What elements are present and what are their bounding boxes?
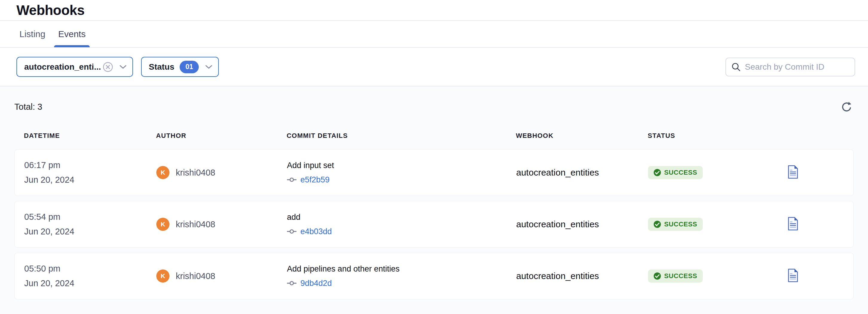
event-time: 05:50 pm [24, 264, 156, 274]
search-icon [732, 62, 741, 72]
total-count-label: Total: 3 [14, 102, 42, 112]
column-header-commit-details: COMMIT DETAILS [287, 132, 516, 140]
chevron-down-icon [205, 65, 212, 69]
tab-listing[interactable]: Listing [15, 21, 50, 47]
datetime-cell: 05:50 pm Jun 20, 2024 [24, 264, 156, 288]
git-commit-icon [287, 177, 297, 182]
avatar: K [156, 269, 169, 283]
author-cell: K krishi0408 [156, 269, 287, 283]
check-circle-icon [653, 272, 661, 280]
status-label: SUCCESS [664, 272, 697, 280]
commit-message: add [287, 212, 516, 222]
datetime-cell: 06:17 pm Jun 20, 2024 [24, 160, 156, 185]
status-label: SUCCESS [664, 220, 697, 228]
events-toolbar: Total: 3 [14, 100, 854, 113]
chevron-down-icon [120, 65, 126, 69]
events-content: Total: 3 DATETIME AUTHOR COMMIT DETAILS … [0, 86, 868, 314]
status-cell: SUCCESS [648, 218, 787, 231]
page-header: Webhooks [0, 0, 868, 21]
commit-details-cell: Add input set e5f2b59 [287, 161, 516, 184]
status-filter-count-badge: 01 [180, 61, 199, 73]
author-cell: K krishi0408 [156, 218, 287, 231]
webhook-name: autocreation_entities [516, 168, 648, 178]
circled-x-icon[interactable] [103, 62, 113, 72]
webhook-name: autocreation_entities [516, 219, 648, 229]
author-name: krishi0408 [176, 168, 215, 178]
status-cell: SUCCESS [648, 269, 787, 283]
page-title: Webhooks [17, 2, 85, 18]
webhook-filter-label: autocreation_enti... [24, 62, 101, 72]
table-header-row: DATETIME AUTHOR COMMIT DETAILS WEBHOOK S… [14, 132, 854, 140]
column-header-datetime: DATETIME [24, 132, 156, 140]
status-badge: SUCCESS [648, 269, 703, 283]
author-cell: K krishi0408 [156, 166, 287, 179]
git-commit-icon [287, 229, 297, 234]
filter-bar: autocreation_enti... Status 01 [0, 48, 868, 86]
webhook-filter-chip[interactable]: autocreation_enti... [17, 57, 133, 77]
payload-document-icon[interactable] [787, 165, 799, 179]
event-time: 05:54 pm [24, 212, 156, 222]
actions-cell [787, 268, 844, 284]
webhook-name: autocreation_entities [516, 271, 648, 281]
status-cell: SUCCESS [648, 166, 787, 179]
tab-events[interactable]: Events [54, 21, 90, 47]
commit-search-box [725, 57, 855, 76]
git-commit-icon [287, 281, 297, 286]
table-row: 06:17 pm Jun 20, 2024 K krishi0408 Add i… [14, 149, 854, 196]
author-name: krishi0408 [176, 271, 215, 281]
tab-bar: Listing Events [0, 21, 868, 48]
check-circle-icon [653, 220, 661, 228]
table-body: 06:17 pm Jun 20, 2024 K krishi0408 Add i… [14, 149, 854, 299]
commit-details-cell: Add pipelines and other entities 9db4d2d [287, 264, 516, 288]
column-header-status: STATUS [648, 132, 787, 140]
refresh-icon[interactable] [840, 100, 854, 114]
event-date: Jun 20, 2024 [24, 227, 156, 236]
check-circle-icon [653, 169, 661, 176]
commit-details-cell: add e4b03dd [287, 212, 516, 236]
table-row: 05:54 pm Jun 20, 2024 K krishi0408 add e… [14, 201, 854, 248]
table-row: 05:50 pm Jun 20, 2024 K krishi0408 Add p… [14, 253, 854, 299]
commit-search-input[interactable] [745, 62, 850, 72]
commit-id-link[interactable]: e5f2b59 [300, 175, 330, 184]
column-header-author: AUTHOR [156, 132, 287, 140]
actions-cell [787, 217, 844, 232]
event-date: Jun 20, 2024 [24, 175, 156, 185]
column-header-webhook: WEBHOOK [516, 132, 648, 140]
datetime-cell: 05:54 pm Jun 20, 2024 [24, 212, 156, 236]
commit-message: Add pipelines and other entities [287, 264, 516, 274]
avatar: K [156, 218, 169, 231]
status-filter-label: Status [149, 62, 175, 72]
avatar: K [156, 166, 169, 179]
status-filter-chip[interactable]: Status 01 [141, 57, 219, 77]
commit-id-link[interactable]: 9db4d2d [300, 279, 332, 288]
commit-id-link[interactable]: e4b03dd [300, 227, 332, 236]
status-badge: SUCCESS [648, 218, 703, 231]
payload-document-icon[interactable] [787, 217, 799, 231]
payload-document-icon[interactable] [787, 268, 799, 282]
status-label: SUCCESS [664, 169, 697, 176]
author-name: krishi0408 [176, 220, 215, 229]
status-badge: SUCCESS [648, 166, 703, 179]
actions-cell [787, 165, 844, 180]
event-time: 06:17 pm [24, 160, 156, 170]
commit-message: Add input set [287, 161, 516, 170]
event-date: Jun 20, 2024 [24, 278, 156, 288]
